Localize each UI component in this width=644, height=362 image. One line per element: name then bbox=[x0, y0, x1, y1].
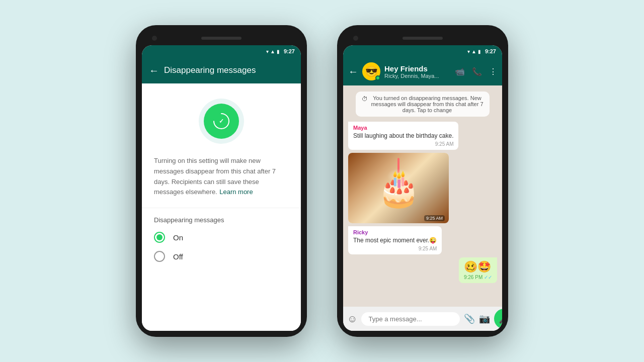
chat-actions: 📹 📞 ⋮ bbox=[455, 67, 497, 76]
sender-ricky: Ricky bbox=[353, 229, 437, 235]
status-time-1: 9:27 bbox=[284, 48, 295, 54]
phone-top-bar-1 bbox=[142, 31, 301, 45]
settings-section-label: Disappearing messages bbox=[154, 216, 289, 224]
description-text: Turning on this setting will make new me… bbox=[154, 157, 276, 196]
phone-1: ▾ ▲ ▮ 9:27 ← Disappearing messages bbox=[136, 25, 307, 337]
timer-circle-inner: ✓ bbox=[204, 104, 239, 139]
radio-on-outer[interactable] bbox=[154, 232, 165, 243]
phones-container: ▾ ▲ ▮ 9:27 ← Disappearing messages bbox=[136, 25, 508, 337]
phone-screen-2: ▾ ▲ ▮ 9:27 ← 😎 Hey Friends Ricky, Dennis… bbox=[343, 45, 502, 331]
sent-emoji-bubble: 🥴🤩 9:26 PM ✓✓ bbox=[459, 257, 497, 283]
phone-speaker-2 bbox=[403, 37, 443, 40]
message-ricky: Ricky The most epic moment ever.😜 9:25 A… bbox=[348, 226, 442, 254]
signal-icon-2: ▲ bbox=[471, 49, 476, 54]
status-bar-1: ▾ ▲ ▮ 9:27 bbox=[142, 45, 301, 57]
system-timer-icon: ⏱ bbox=[362, 96, 368, 103]
radio-on-label: On bbox=[173, 233, 183, 242]
wifi-icon: ▾ bbox=[266, 49, 269, 54]
phone-camera-1 bbox=[152, 36, 157, 41]
mic-icon: 🎤 bbox=[499, 313, 502, 324]
chat-members: Ricky, Dennis, Maya... bbox=[384, 73, 451, 79]
description-section: Turning on this setting will make new me… bbox=[142, 154, 301, 208]
svg-text:✓: ✓ bbox=[219, 118, 224, 125]
msg-time-ricky: 9:25 AM bbox=[353, 246, 437, 251]
message-input[interactable] bbox=[361, 312, 460, 326]
sent-emoji-time: 9:26 PM ✓✓ bbox=[464, 275, 492, 280]
mic-button[interactable]: 🎤 bbox=[494, 309, 502, 329]
timer-icon: ✓ bbox=[212, 112, 230, 130]
radio-on-inner bbox=[156, 234, 163, 240]
video-call-icon[interactable]: 📹 bbox=[455, 67, 465, 76]
chat-body: ⏱ You turned on disappearing messages. N… bbox=[343, 85, 502, 307]
voice-call-icon[interactable]: 📞 bbox=[472, 67, 482, 76]
page-title-disappearing: Disappearing messages bbox=[164, 65, 294, 75]
msg-text-ricky: The most epic moment ever.😜 bbox=[353, 236, 437, 245]
cake-image-container: 9:25 AM bbox=[348, 153, 449, 223]
back-button-1[interactable]: ← bbox=[149, 65, 159, 76]
image-time: 9:25 AM bbox=[424, 215, 445, 221]
disappearing-content: ✓ Turning on this setting will make new … bbox=[142, 83, 301, 331]
toolbar-disappearing: ← Disappearing messages bbox=[142, 57, 301, 83]
emoji-button[interactable]: ☺ bbox=[347, 313, 357, 325]
radio-off-label: Off bbox=[173, 252, 183, 261]
phone-2: ▾ ▲ ▮ 9:27 ← 😎 Hey Friends Ricky, Dennis… bbox=[337, 25, 508, 337]
toolbar-chat: ← 😎 Hey Friends Ricky, Dennis, Maya... 📹… bbox=[343, 57, 502, 85]
icon-section: ✓ bbox=[142, 83, 301, 154]
timer-circle: ✓ bbox=[199, 99, 244, 144]
image-bubble: 9:25 AM bbox=[348, 153, 449, 223]
camera-button[interactable]: 📷 bbox=[479, 313, 490, 324]
wifi-icon-2: ▾ bbox=[467, 49, 470, 54]
phone-top-bar-2 bbox=[343, 31, 502, 45]
msg-text-maya: Still laughing about the birthday cake. bbox=[353, 132, 453, 140]
attach-button[interactable]: 📎 bbox=[464, 313, 475, 324]
battery-icon-2: ▮ bbox=[478, 49, 481, 54]
back-button-2[interactable]: ← bbox=[348, 66, 358, 77]
sender-maya: Maya bbox=[353, 125, 453, 131]
sent-emoji: 🥴🤩 bbox=[464, 260, 491, 273]
message-maya: Maya Still laughing about the birthday c… bbox=[348, 122, 458, 150]
phone-speaker-1 bbox=[201, 37, 242, 40]
chat-input-bar: ☺ 📎 📷 🎤 bbox=[343, 307, 502, 331]
settings-section: Disappearing messages On Off bbox=[142, 208, 301, 278]
battery-icon-1: ▮ bbox=[277, 49, 280, 54]
status-bar-2: ▾ ▲ ▮ 9:27 bbox=[343, 45, 502, 57]
cake-image bbox=[348, 153, 449, 223]
radio-off-outer[interactable] bbox=[154, 251, 165, 262]
radio-option-off[interactable]: Off bbox=[154, 251, 289, 262]
chat-info[interactable]: Hey Friends Ricky, Dennis, Maya... bbox=[384, 64, 451, 79]
system-message-text: You turned on disappearing messages. New… bbox=[371, 95, 484, 113]
status-time-2: 9:27 bbox=[485, 48, 496, 54]
signal-icon-1: ▲ bbox=[270, 49, 275, 54]
learn-more-link[interactable]: Learn more bbox=[219, 188, 253, 196]
status-icons-2: ▾ ▲ ▮ bbox=[467, 49, 481, 54]
radio-option-on[interactable]: On bbox=[154, 232, 289, 243]
online-indicator bbox=[375, 75, 380, 80]
msg-time-maya: 9:25 AM bbox=[353, 141, 453, 147]
phone-screen-1: ▾ ▲ ▮ 9:27 ← Disappearing messages bbox=[142, 45, 301, 331]
phone-camera-2 bbox=[353, 36, 358, 41]
system-message[interactable]: ⏱ You turned on disappearing messages. N… bbox=[356, 92, 490, 117]
group-avatar: 😎 bbox=[362, 62, 380, 80]
chat-name: Hey Friends bbox=[384, 64, 451, 73]
status-icons-1: ▾ ▲ ▮ bbox=[266, 49, 280, 54]
more-options-icon[interactable]: ⋮ bbox=[489, 67, 497, 76]
read-receipt: ✓✓ bbox=[484, 275, 492, 280]
